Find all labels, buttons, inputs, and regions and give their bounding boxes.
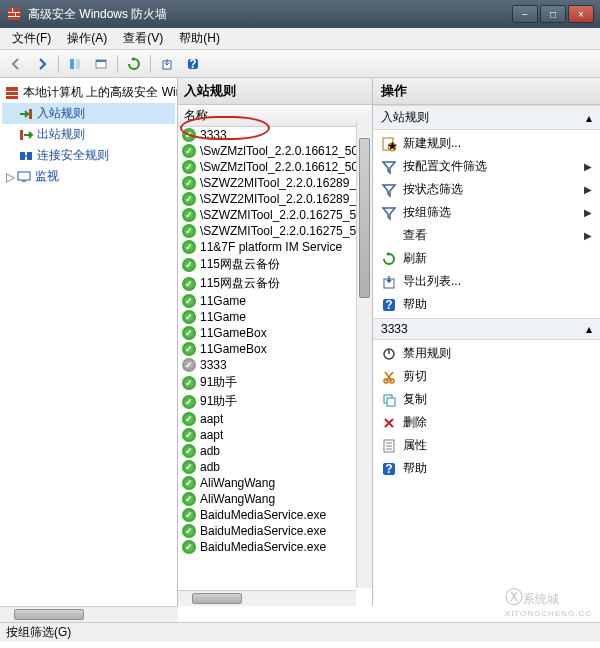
rule-row[interactable]: ✓115网盘云备份 — [178, 255, 372, 274]
action-按组筛选[interactable]: 按组筛选▶ — [373, 201, 600, 224]
tree-inbound-rules[interactable]: 入站规则 — [2, 103, 175, 124]
svg-rect-18 — [27, 152, 32, 160]
scope-tree[interactable]: 本地计算机 上的高级安全 Wind 入站规则 出站规则 连接安全规则 ▷ 监视 — [0, 78, 178, 606]
tree-outbound-rules[interactable]: 出站规则 — [2, 124, 175, 145]
scrollbar-thumb[interactable] — [192, 593, 242, 604]
actions-section-inbound[interactable]: 入站规则 ▴ — [373, 105, 600, 130]
rule-row[interactable]: ✓3333 — [178, 127, 372, 143]
menu-action[interactable]: 操作(A) — [59, 28, 115, 49]
action-导出列表...[interactable]: 导出列表... — [373, 270, 600, 293]
help-button[interactable]: ? — [181, 53, 205, 75]
rule-name: BaiduMediaService.exe — [200, 508, 326, 522]
horizontal-scrollbar[interactable] — [178, 590, 356, 606]
action-删除[interactable]: 删除 — [373, 411, 600, 434]
action-禁用规则[interactable]: 禁用规则 — [373, 342, 600, 365]
rule-name: 91助手 — [200, 374, 237, 391]
action-刷新[interactable]: 刷新 — [373, 247, 600, 270]
properties-button[interactable] — [89, 53, 113, 75]
refresh-button[interactable] — [122, 53, 146, 75]
menu-help[interactable]: 帮助(H) — [171, 28, 228, 49]
maximize-button[interactable]: □ — [540, 5, 566, 23]
vertical-scrollbar[interactable] — [356, 122, 372, 588]
action-按状态筛选[interactable]: 按状态筛选▶ — [373, 178, 600, 201]
rule-row[interactable]: ✓aapt — [178, 411, 372, 427]
action-新建规则...[interactable]: ★新建规则... — [373, 132, 600, 155]
action-按配置文件筛选[interactable]: 按配置文件筛选▶ — [373, 155, 600, 178]
rule-row[interactable]: ✓11&7F platform IM Service — [178, 239, 372, 255]
show-tree-button[interactable] — [63, 53, 87, 75]
rule-row[interactable]: ✓BaiduMediaService.exe — [178, 539, 372, 555]
svg-rect-16 — [20, 130, 23, 140]
menu-file[interactable]: 文件(F) — [4, 28, 59, 49]
rule-row[interactable]: ✓\SwZMzlTool_2.2.0.16612_500… — [178, 159, 372, 175]
rules-column-name[interactable]: 名称 — [178, 105, 372, 127]
action-帮助[interactable]: ?帮助 — [373, 293, 600, 316]
rule-row[interactable]: ✓\SwZMzlTool_2.2.0.16612_500… — [178, 143, 372, 159]
rule-row[interactable]: ✓AliWangWang — [178, 475, 372, 491]
action-查看[interactable]: 查看▶ — [373, 224, 600, 247]
svg-rect-13 — [6, 91, 18, 92]
rule-row[interactable]: ✓11Game — [178, 293, 372, 309]
minimize-button[interactable]: − — [512, 5, 538, 23]
check-icon: ✓ — [182, 128, 196, 142]
delete-icon — [381, 415, 397, 431]
rule-name: adb — [200, 444, 220, 458]
toolbar: ? — [0, 50, 600, 78]
rule-name: AliWangWang — [200, 476, 275, 490]
rule-name: 11&7F platform IM Service — [200, 240, 342, 254]
action-剪切[interactable]: 剪切 — [373, 365, 600, 388]
collapse-icon[interactable]: ▴ — [586, 322, 592, 336]
rule-row[interactable]: ✓11GameBox — [178, 341, 372, 357]
tree-connection-security[interactable]: 连接安全规则 — [2, 145, 175, 166]
rule-row[interactable]: ✓\SZWZ2MITool_2.2.0.16289_50… — [178, 191, 372, 207]
rule-row[interactable]: ✓\SZWZ2MITool_2.2.0.16289_50… — [178, 175, 372, 191]
rule-row[interactable]: ✓BaiduMediaService.exe — [178, 507, 372, 523]
rule-row[interactable]: ✓aapt — [178, 427, 372, 443]
rule-row[interactable]: ✓adb — [178, 443, 372, 459]
check-icon: ✓ — [182, 176, 196, 190]
rule-row[interactable]: ✓BaiduMediaService.exe — [178, 523, 372, 539]
rule-row[interactable]: ✓\SZWZMITool_2.2.0.16275_500… — [178, 223, 372, 239]
menu-view[interactable]: 查看(V) — [115, 28, 171, 49]
expand-icon[interactable]: ▷ — [4, 170, 16, 184]
menubar: 文件(F) 操作(A) 查看(V) 帮助(H) — [0, 28, 600, 50]
rule-name: BaiduMediaService.exe — [200, 524, 326, 538]
tree-root[interactable]: 本地计算机 上的高级安全 Wind — [2, 82, 175, 103]
action-属性[interactable]: 属性 — [373, 434, 600, 457]
actions-section-selection[interactable]: 3333 ▴ — [373, 318, 600, 340]
rule-row[interactable]: ✓91助手 — [178, 392, 372, 411]
toolbar-separator — [117, 55, 118, 73]
action-label: 按组筛选 — [403, 204, 584, 221]
action-复制[interactable]: 复制 — [373, 388, 600, 411]
rule-row[interactable]: ✓115网盘云备份 — [178, 274, 372, 293]
tree-monitoring[interactable]: ▷ 监视 — [2, 166, 175, 187]
check-icon: ✓ — [182, 412, 196, 426]
rule-row[interactable]: ✓91助手 — [178, 373, 372, 392]
tree-horizontal-scrollbar[interactable] — [0, 606, 178, 622]
scrollbar-thumb[interactable] — [359, 138, 370, 298]
action-帮助[interactable]: ?帮助 — [373, 457, 600, 480]
rule-row[interactable]: ✓\SZWZMITool_2.2.0.16275_500… — [178, 207, 372, 223]
rules-list[interactable]: ✓3333✓\SwZMzlTool_2.2.0.16612_500…✓\SwZM… — [178, 127, 372, 606]
rule-name: \SZWZ2MITool_2.2.0.16289_50… — [200, 176, 368, 190]
rule-row[interactable]: ✓adb — [178, 459, 372, 475]
svg-text:?: ? — [385, 462, 392, 476]
action-label: 属性 — [403, 437, 592, 454]
scrollbar-thumb[interactable] — [14, 609, 84, 620]
disabled-icon: ✓ — [182, 358, 196, 372]
check-icon: ✓ — [182, 492, 196, 506]
rule-row[interactable]: ✓3333 — [178, 357, 372, 373]
rule-row[interactable]: ✓AliWangWang — [178, 491, 372, 507]
rule-name: \SZWZMITool_2.2.0.16275_500… — [200, 224, 368, 238]
back-button[interactable] — [4, 53, 28, 75]
check-icon: ✓ — [182, 376, 196, 390]
rule-row[interactable]: ✓11GameBox — [178, 325, 372, 341]
check-icon: ✓ — [182, 240, 196, 254]
forward-button[interactable] — [30, 53, 54, 75]
collapse-icon[interactable]: ▴ — [586, 111, 592, 125]
rule-name: 11Game — [200, 310, 246, 324]
export-button[interactable] — [155, 53, 179, 75]
close-button[interactable]: × — [568, 5, 594, 23]
check-icon: ✓ — [182, 476, 196, 490]
rule-row[interactable]: ✓11Game — [178, 309, 372, 325]
